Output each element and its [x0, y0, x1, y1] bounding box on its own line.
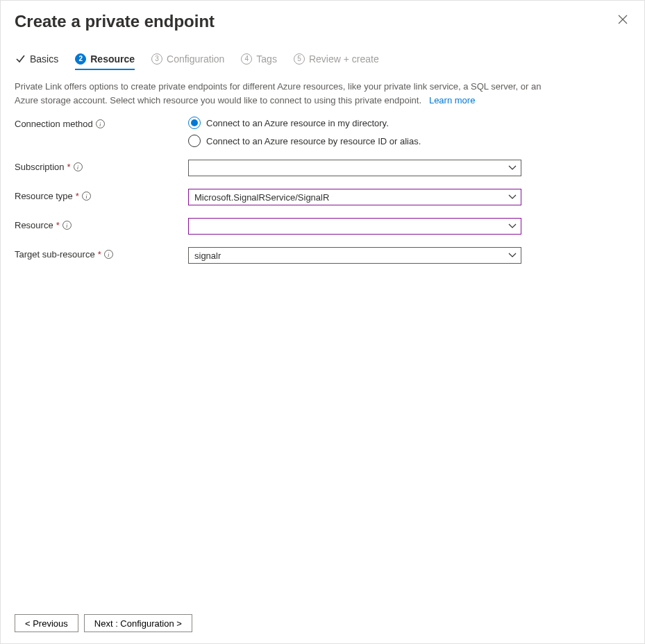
tab-description: Private Link offers options to create pr… [1, 70, 556, 107]
info-icon[interactable]: i [74, 162, 83, 171]
step-number-icon: 2 [75, 53, 86, 65]
wizard-tabs: Basics 2 Resource 3 Configuration 4 Tags… [1, 34, 644, 70]
radio-icon [188, 135, 201, 147]
row-target-sub-resource: Target sub-resource * i signalr [15, 247, 630, 264]
close-button[interactable] [615, 12, 630, 27]
radio-connect-directory[interactable]: Connect to an Azure resource in my direc… [188, 117, 521, 129]
resource-type-select[interactable]: Microsoft.SignalRService/SignalR [188, 189, 521, 205]
resource-select[interactable] [188, 218, 521, 235]
chevron-down-icon [508, 223, 517, 229]
tab-resource[interactable]: 2 Resource [75, 53, 135, 70]
target-sub-resource-select[interactable]: signalr [188, 247, 521, 264]
info-icon[interactable]: i [104, 250, 113, 259]
tab-label: Basics [30, 53, 58, 65]
info-icon[interactable]: i [62, 221, 72, 230]
row-connection-method: Connection method i Connect to an Azure … [15, 117, 630, 147]
info-icon[interactable]: i [82, 192, 91, 201]
row-resource: Resource * i [15, 218, 630, 235]
required-indicator: * [98, 249, 101, 260]
required-indicator: * [67, 162, 71, 172]
radio-connect-resource-id[interactable]: Connect to an Azure resource by resource… [188, 135, 521, 147]
wizard-footer: < Previous Next : Configuration > [1, 603, 644, 643]
chevron-down-icon [508, 253, 517, 258]
radio-icon [188, 117, 201, 129]
select-value: Microsoft.SignalRService/SignalR [194, 192, 329, 203]
info-icon[interactable]: i [96, 119, 105, 128]
tab-label: Configuration [167, 53, 224, 65]
required-indicator: * [56, 220, 60, 230]
connection-method-radio-group: Connect to an Azure resource in my direc… [188, 117, 521, 147]
connection-method-label: Connection method [15, 119, 93, 129]
tab-review-create[interactable]: 5 Review + create [294, 53, 379, 70]
step-number-icon: 3 [151, 53, 162, 65]
row-subscription: Subscription * i [15, 160, 630, 176]
tab-label: Resource [90, 53, 135, 65]
check-icon [15, 53, 26, 65]
next-button[interactable]: Next : Configuration > [84, 614, 192, 632]
select-value: signalr [194, 251, 221, 261]
subscription-label: Subscription [15, 162, 65, 172]
radio-label: Connect to an Azure resource by resource… [206, 136, 421, 146]
chevron-down-icon [508, 194, 517, 200]
panel-header: Create a private endpoint [1, 1, 644, 34]
page-title: Create a private endpoint [15, 12, 215, 31]
step-number-icon: 5 [294, 53, 305, 65]
learn-more-link[interactable]: Learn more [429, 95, 475, 105]
row-resource-type: Resource type * i Microsoft.SignalRServi… [15, 189, 630, 205]
tab-configuration[interactable]: 3 Configuration [151, 53, 224, 70]
tab-basics[interactable]: Basics [15, 53, 58, 70]
subscription-select[interactable] [188, 160, 521, 176]
resource-form: Connection method i Connect to an Azure … [1, 107, 644, 264]
resource-label: Resource [15, 220, 53, 230]
close-icon [618, 15, 628, 24]
previous-button[interactable]: < Previous [15, 614, 78, 632]
tab-label: Tags [256, 53, 277, 65]
step-number-icon: 4 [241, 53, 252, 65]
required-indicator: * [76, 191, 79, 201]
tab-label: Review + create [309, 53, 379, 65]
chevron-down-icon [508, 165, 517, 171]
target-sub-resource-label: Target sub-resource [15, 249, 95, 260]
tab-tags[interactable]: 4 Tags [241, 53, 277, 70]
radio-label: Connect to an Azure resource in my direc… [206, 118, 389, 128]
create-private-endpoint-panel: Create a private endpoint Basics 2 Resou… [0, 0, 645, 644]
resource-type-label: Resource type [15, 191, 73, 201]
